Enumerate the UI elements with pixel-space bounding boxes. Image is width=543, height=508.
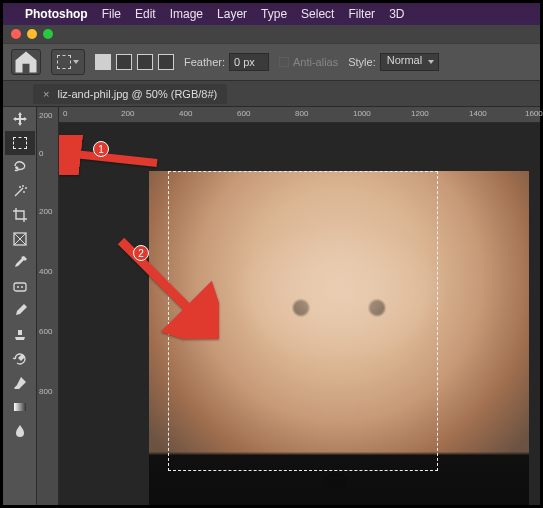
style-select[interactable]: Normal (380, 53, 439, 71)
selection-subtract-icon[interactable] (137, 54, 153, 70)
menu-layer[interactable]: Layer (217, 7, 247, 21)
ruler-horizontal[interactable]: 0 200 400 600 800 1000 1200 1400 1600 (59, 107, 540, 123)
selection-add-icon[interactable] (116, 54, 132, 70)
feather-input[interactable] (229, 53, 269, 71)
svg-point-3 (21, 286, 23, 288)
annotation-badge-1: 1 (93, 141, 109, 157)
ruler-tick: 400 (179, 109, 192, 118)
ruler-tick: 600 (237, 109, 250, 118)
document-tab-strip: × liz-and-phil.jpg @ 50% (RGB/8#) (3, 81, 540, 107)
ruler-tick: 200 (39, 111, 52, 120)
ruler-tick: 600 (39, 327, 52, 336)
annotation-arrow-1: 1 (59, 135, 167, 179)
healing-brush-tool[interactable] (5, 275, 35, 299)
selection-new-icon[interactable] (95, 54, 111, 70)
chevron-down-icon (73, 60, 79, 64)
ruler-tick: 200 (121, 109, 134, 118)
app-menu[interactable]: Photoshop (25, 7, 88, 21)
eraser-tool[interactable] (5, 371, 35, 395)
eyedropper-tool[interactable] (5, 251, 35, 275)
anti-alias-checkbox (279, 57, 289, 67)
svg-rect-4 (14, 403, 26, 411)
svg-rect-1 (14, 283, 26, 291)
annotation-badge-2: 2 (133, 245, 149, 261)
options-bar: Feather: Anti-alias Style: Normal (3, 43, 540, 81)
selection-intersect-icon[interactable] (158, 54, 174, 70)
mac-menubar: Photoshop File Edit Image Layer Type Sel… (3, 3, 540, 25)
menu-type[interactable]: Type (261, 7, 287, 21)
svg-line-5 (65, 153, 157, 163)
ruler-tick: 1400 (469, 109, 487, 118)
tool-preset-picker[interactable] (51, 49, 85, 75)
ruler-tick: 800 (39, 387, 52, 396)
style-label: Style: (348, 56, 376, 68)
ruler-vertical[interactable]: 200 0 200 400 600 800 (37, 107, 59, 505)
ruler-tick: 800 (295, 109, 308, 118)
menu-edit[interactable]: Edit (135, 7, 156, 21)
menu-image[interactable]: Image (170, 7, 203, 21)
move-tool[interactable] (5, 107, 35, 131)
svg-point-2 (17, 286, 19, 288)
ruler-tick: 200 (39, 207, 52, 216)
zoom-window-button[interactable] (43, 29, 53, 39)
close-window-button[interactable] (11, 29, 21, 39)
document-tab-title: liz-and-phil.jpg @ 50% (RGB/8#) (57, 88, 217, 100)
brush-tool[interactable] (5, 299, 35, 323)
menu-3d[interactable]: 3D (389, 7, 404, 21)
ruler-tick: 1600 (525, 109, 543, 118)
rectangular-marquee-tool[interactable] (5, 131, 35, 155)
document-tab[interactable]: × liz-and-phil.jpg @ 50% (RGB/8#) (33, 84, 227, 104)
home-button[interactable] (11, 49, 41, 75)
menu-file[interactable]: File (102, 7, 121, 21)
tab-close-icon[interactable]: × (43, 88, 49, 100)
tools-panel (3, 107, 37, 505)
menu-filter[interactable]: Filter (348, 7, 375, 21)
ruler-tick: 400 (39, 267, 52, 276)
magic-wand-tool[interactable] (5, 179, 35, 203)
gradient-tool[interactable] (5, 395, 35, 419)
menu-select[interactable]: Select (301, 7, 334, 21)
marquee-icon (57, 55, 71, 69)
ruler-tick: 1200 (411, 109, 429, 118)
selection-mode-group (95, 54, 174, 70)
annotation-arrow-2: 2 (99, 229, 219, 343)
history-brush-tool[interactable] (5, 347, 35, 371)
window-titlebar (3, 25, 540, 43)
crop-tool[interactable] (5, 203, 35, 227)
ruler-tick: 1000 (353, 109, 371, 118)
lasso-tool[interactable] (5, 155, 35, 179)
home-icon (12, 48, 40, 76)
anti-alias-label: Anti-alias (293, 56, 338, 68)
document-canvas[interactable]: 1 2 (59, 123, 540, 505)
ruler-tick: 0 (39, 149, 43, 158)
ruler-tick: 0 (63, 109, 67, 118)
frame-tool[interactable] (5, 227, 35, 251)
clone-stamp-tool[interactable] (5, 323, 35, 347)
minimize-window-button[interactable] (27, 29, 37, 39)
feather-label: Feather: (184, 56, 225, 68)
blur-tool[interactable] (5, 419, 35, 443)
marquee-icon (13, 137, 27, 149)
